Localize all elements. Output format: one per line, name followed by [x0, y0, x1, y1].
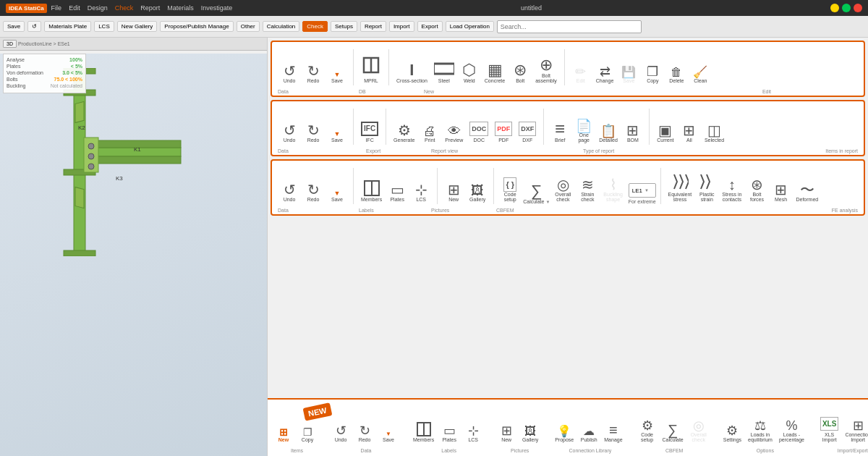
btn-redo-b[interactable]: ↻ Redo — [353, 422, 376, 444]
tb-propose-publish[interactable]: Propose/Publish Manage — [160, 21, 233, 32]
tb-new-gallery[interactable]: New Gallery — [117, 21, 158, 32]
search-input[interactable] — [497, 20, 642, 33]
btn-new-pic-b[interactable]: ⊞ New — [495, 422, 518, 444]
btn-copy[interactable]: ❐ Copy — [641, 63, 664, 85]
btn-bom[interactable]: ⊞ BOM — [621, 121, 644, 145]
btn-clean[interactable]: 🧹 Clean — [689, 64, 712, 85]
btn-new-item[interactable]: ⊞ New — [272, 425, 295, 444]
btn-save2[interactable]: 💾 Save — [617, 64, 640, 85]
tb-load-operation[interactable]: Load Operation — [446, 21, 494, 32]
menu-investigate[interactable]: Investigate — [201, 4, 233, 12]
btn-eq-stress[interactable]: Equivalentstress — [665, 169, 695, 204]
menu-edit[interactable]: Edit — [69, 4, 80, 12]
btn-current[interactable]: ▣ Current — [654, 121, 677, 145]
btn-dxf[interactable]: DXF DXF — [516, 119, 539, 145]
btn-detailed[interactable]: 📋 Detailed — [596, 122, 621, 145]
btn-overall-r3[interactable]: ◎ Overallcheck — [551, 175, 574, 204]
btn-redo-r1[interactable]: ↻ Redo — [302, 62, 325, 85]
btn-save-r2[interactable]: ▼ Save — [326, 128, 349, 145]
btn-preview[interactable]: 👁 Preview — [442, 122, 466, 145]
menu-report[interactable]: Report — [140, 4, 160, 12]
btn-members-b[interactable]: Members — [410, 419, 437, 444]
close-button[interactable] — [854, 4, 862, 12]
tb-undo[interactable]: ↺ — [27, 21, 41, 32]
btn-weld[interactable]: ⬡ Weld — [458, 60, 481, 85]
view-tab-3d[interactable]: 3D — [3, 40, 17, 48]
tb-other[interactable]: Other — [237, 21, 260, 32]
btn-calculate-r3[interactable]: ∑ Calculate ▼ — [523, 183, 550, 204]
tb-calculation[interactable]: Calculation — [263, 21, 300, 32]
btn-bolt-forces[interactable]: ⊛ Boltforces — [745, 175, 768, 204]
menu-check[interactable]: Check — [115, 4, 134, 12]
tb-report[interactable]: Report — [360, 21, 386, 32]
minimize-button[interactable] — [830, 4, 839, 12]
menu-materials[interactable]: Materials — [167, 4, 194, 12]
btn-undo-r1[interactable]: ↺ Undo — [278, 62, 301, 85]
btn-bolt-assembly[interactable]: ⊕ Boltassembly — [532, 55, 560, 85]
btn-settings-b[interactable]: ⚙ Settings — [720, 422, 744, 444]
tb-lcs[interactable]: LCS — [94, 21, 114, 32]
btn-delete[interactable]: 🗑 Delete — [665, 64, 688, 85]
btn-loads-pct-b[interactable]: % Loads -percentage — [776, 417, 807, 444]
le1-dropdown[interactable]: LE1 ▼ — [629, 183, 656, 198]
btn-members-r3[interactable]: Members — [358, 177, 385, 204]
btn-redo-r2[interactable]: ↻ Redo — [302, 121, 325, 145]
btn-manage-b[interactable]: ≡ Manage — [601, 421, 625, 444]
btn-new-r3[interactable]: ⊞ New — [442, 180, 465, 204]
maximize-button[interactable] — [842, 4, 851, 12]
btn-code-setup-r3[interactable]: { } Codesetup — [498, 175, 522, 204]
btn-copy-item[interactable]: ❐ Copy — [296, 425, 319, 444]
btn-selected[interactable]: ◫ Selected — [702, 121, 727, 145]
btn-pdf[interactable]: PDF PDF — [492, 119, 515, 145]
tb-check[interactable]: Check — [302, 21, 328, 32]
btn-cross-section[interactable]: I Cross-section — [393, 60, 430, 85]
menu-design[interactable]: Design — [88, 4, 108, 12]
btn-save-b[interactable]: ▼ Save — [377, 428, 400, 444]
tb-export[interactable]: Export — [417, 21, 443, 32]
tb-setups[interactable]: Setups — [331, 21, 357, 32]
btn-overall-b[interactable]: ◎ Overallcheck — [687, 417, 710, 444]
btn-ifc[interactable]: IFC IFC — [358, 119, 381, 145]
menu-file[interactable]: File — [51, 4, 62, 12]
btn-change[interactable]: ⇄ Change — [593, 63, 617, 85]
btn-calculate-b[interactable]: ∑ Calculate — [660, 421, 686, 444]
tb-materials-plate[interactable]: Materials Plate — [44, 21, 91, 32]
btn-publish-b[interactable]: ☁ Publish — [577, 423, 600, 444]
btn-deformed[interactable]: 〜 Deformed — [793, 180, 821, 204]
btn-concrete[interactable]: ▦ Concrete — [482, 60, 508, 85]
btn-generate[interactable]: ⚙ Generate — [391, 121, 417, 145]
btn-mesh[interactable]: ⊞ Mesh — [769, 180, 792, 204]
btn-mprl[interactable]: MPRL — [358, 53, 384, 85]
btn-all[interactable]: ⊞ All — [678, 121, 701, 145]
btn-undo-r3[interactable]: ↺ Undo — [278, 180, 301, 204]
tb-import[interactable]: Import — [389, 21, 414, 32]
btn-plastic[interactable]: Plasticstrain — [695, 169, 718, 204]
btn-bolt[interactable]: ⊛ Bolt — [509, 60, 532, 85]
btn-code-setup-b[interactable]: ⚙ Codesetup — [636, 417, 659, 444]
btn-plates-r3[interactable]: ▭ Plates — [386, 180, 409, 204]
btn-plates-b[interactable]: ▭ Plates — [438, 422, 461, 444]
btn-doc[interactable]: DOC DOC — [467, 119, 491, 145]
tb-save[interactable]: Save — [3, 21, 25, 32]
btn-lcs-b[interactable]: ⊹ LCS — [461, 422, 485, 444]
btn-save-r1[interactable]: ▼ Save — [326, 69, 349, 85]
btn-conn-import[interactable]: ⊞ ConnectionImport — [842, 417, 868, 444]
btn-loads-eq-b[interactable]: ⚖ Loads inequilibrium — [745, 417, 775, 444]
btn-stress-in[interactable]: ↕ Stress incontacts — [719, 175, 744, 204]
btn-propose-b[interactable]: 💡 Propose — [552, 423, 576, 444]
btn-redo-r3[interactable]: ↻ Redo — [302, 180, 325, 204]
btn-gallery-b[interactable]: 🖼 Gallery — [519, 423, 542, 444]
btn-strain-r3[interactable]: ≋ Straincheck — [576, 175, 599, 204]
btn-save-r3[interactable]: ▼ Save — [326, 187, 349, 204]
btn-print[interactable]: 🖨 Print — [418, 122, 441, 145]
btn-gallery-r3[interactable]: 🖼 Gallery — [466, 182, 489, 204]
btn-brief[interactable]: ≡ Brief — [548, 118, 571, 145]
btn-buckling-r3[interactable]: ⌇ Bucklingshape — [600, 175, 625, 204]
btn-edit[interactable]: ✏ Edit — [569, 63, 592, 85]
btn-xls-import[interactable]: XLS XLSImport — [817, 415, 841, 444]
btn-onepage[interactable]: 📄 Onepage — [572, 117, 595, 145]
btn-undo-b[interactable]: ↺ Undo — [329, 422, 352, 444]
btn-steel[interactable]: Steel — [431, 59, 457, 85]
btn-lcs-r3[interactable]: ⊹ LCS — [409, 180, 433, 204]
btn-undo-r2[interactable]: ↺ Undo — [278, 121, 301, 145]
